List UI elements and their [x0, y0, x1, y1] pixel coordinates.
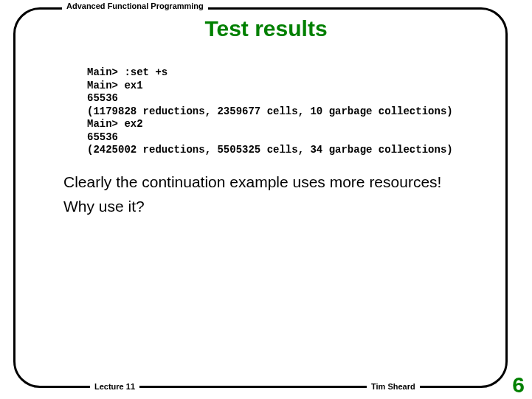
slide-title: Test results	[0, 16, 532, 41]
lecture-label: Lecture 11	[90, 382, 139, 391]
body-paragraph-1: Clearly the continuation example uses mo…	[63, 173, 477, 192]
author-label: Tim Sheard	[367, 382, 420, 391]
body-paragraph-2: Why use it?	[63, 197, 477, 217]
code-output: Main> :set +s Main> ex1 65536 (1179828 r…	[87, 66, 453, 157]
body-text: Clearly the continuation example uses mo…	[63, 173, 477, 221]
page-number: 6	[512, 372, 525, 398]
slide: Advanced Functional Programming Test res…	[0, 0, 532, 399]
course-label: Advanced Functional Programming	[62, 1, 208, 10]
